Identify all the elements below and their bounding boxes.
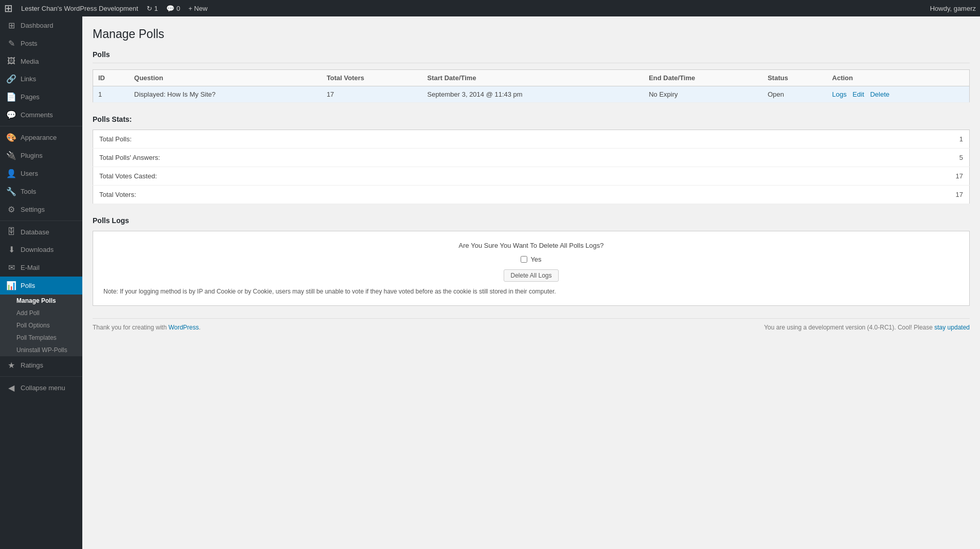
submenu-manage-polls[interactable]: Manage Polls xyxy=(0,295,82,307)
wp-logo-icon[interactable]: ⊞ xyxy=(4,2,13,14)
delete-all-logs-button[interactable]: Delete All Logs xyxy=(504,269,558,282)
sidebar-label-users: Users xyxy=(21,170,38,177)
cell-start-date: September 3, 2014 @ 11:43 pm xyxy=(422,86,644,102)
submenu-poll-options[interactable]: Poll Options xyxy=(0,319,82,332)
stats-row-total-voters: Total Voters: 17 xyxy=(93,185,970,204)
sidebar-item-email[interactable]: ✉ E-Mail xyxy=(0,259,82,277)
footer-left: Thank you for creating with WordPress. xyxy=(93,324,201,331)
comments-link[interactable]: 💬 0 xyxy=(166,5,180,12)
sidebar-item-settings[interactable]: ⚙ Settings xyxy=(0,200,82,218)
stats-value-total-polls: 1 xyxy=(781,130,970,148)
sidebar-label-comments: Comments xyxy=(21,111,53,119)
col-total-voters: Total Voters xyxy=(322,69,422,86)
sidebar-item-users[interactable]: 👤 Users xyxy=(0,164,82,182)
stats-section-heading: Polls Stats: xyxy=(93,115,970,123)
polls-table: ID Question Total Voters Start Date/Time… xyxy=(93,69,970,103)
submenu-poll-templates[interactable]: Poll Templates xyxy=(0,332,82,344)
sidebar-item-pages[interactable]: 📄 Pages xyxy=(0,88,82,106)
links-icon: 🔗 xyxy=(6,74,16,84)
logs-action-link[interactable]: Logs xyxy=(832,90,847,98)
sidebar-label-tools: Tools xyxy=(21,188,36,195)
stats-label-total-polls: Total Polls: xyxy=(93,130,781,148)
polls-logs-section: Polls Logs Are You Sure You Want To Dele… xyxy=(93,216,970,306)
main-content: Manage Polls Polls ID Question Total Vot… xyxy=(82,16,980,549)
updates-count: 1 xyxy=(154,5,158,12)
cell-end-date: No Expiry xyxy=(644,86,762,102)
sidebar-label-settings: Settings xyxy=(21,206,45,213)
updates-icon: ↻ xyxy=(147,5,152,12)
sidebar-item-plugins[interactable]: 🔌 Plugins xyxy=(0,147,82,164)
polls-table-section: Polls ID Question Total Voters Start Dat… xyxy=(93,50,970,103)
email-icon: ✉ xyxy=(6,263,16,272)
site-name: Lester Chan's WordPress Development xyxy=(21,5,138,12)
stats-row-total-answers: Total Polls' Answers: 5 xyxy=(93,148,970,167)
delete-action-link[interactable]: Delete xyxy=(870,90,889,98)
logs-note: Note: If your logging method is by IP an… xyxy=(103,288,959,295)
sidebar-label-pages: Pages xyxy=(21,93,40,101)
col-id: ID xyxy=(93,69,129,86)
sidebar-label-posts: Posts xyxy=(21,40,38,47)
delete-logs-checkbox[interactable] xyxy=(521,256,527,263)
site-name-link[interactable]: Lester Chan's WordPress Development xyxy=(21,5,138,12)
sidebar-item-appearance[interactable]: 🎨 Appearance xyxy=(0,129,82,147)
downloads-icon: ⬇ xyxy=(6,245,16,254)
sidebar-item-media[interactable]: 🖼 Media xyxy=(0,52,82,70)
plugins-icon: 🔌 xyxy=(6,151,16,160)
dashboard-icon: ⊞ xyxy=(6,21,16,30)
stats-label-total-votes: Total Votes Casted: xyxy=(93,167,781,185)
sidebar-label-downloads: Downloads xyxy=(21,246,54,253)
table-row: 1 Displayed: How Is My Site? 17 Septembe… xyxy=(93,86,970,102)
footer-stay-updated-link[interactable]: stay updated xyxy=(934,324,970,331)
polls-stats-section: Polls Stats: Total Polls: 1 Total Polls'… xyxy=(93,115,970,204)
collapse-icon: ◀ xyxy=(6,383,16,393)
stats-row-total-polls: Total Polls: 1 xyxy=(93,130,970,148)
new-content-link[interactable]: + New xyxy=(188,5,207,12)
col-question: Question xyxy=(129,69,322,86)
sidebar-label-appearance: Appearance xyxy=(21,134,57,141)
sidebar-item-polls[interactable]: 📊 Polls xyxy=(0,277,82,295)
sidebar-item-dashboard[interactable]: ⊞ Dashboard xyxy=(0,16,82,34)
cell-status: Open xyxy=(762,86,827,102)
sidebar-label-ratings: Ratings xyxy=(21,361,43,369)
sidebar-label-plugins: Plugins xyxy=(21,152,43,159)
footer-right: You are using a development version (4.0… xyxy=(764,324,970,331)
polls-submenu: Manage Polls Add Poll Poll Options Poll … xyxy=(0,295,82,356)
stats-value-total-answers: 5 xyxy=(781,148,970,167)
ratings-icon: ★ xyxy=(6,360,16,370)
sidebar-item-links[interactable]: 🔗 Links xyxy=(0,70,82,88)
stats-label-total-answers: Total Polls' Answers: xyxy=(93,148,781,167)
posts-icon: ✎ xyxy=(6,39,16,48)
database-icon: 🗄 xyxy=(6,227,16,236)
stats-label-total-voters: Total Voters: xyxy=(93,185,781,204)
polls-section-heading: Polls xyxy=(93,50,970,63)
settings-icon: ⚙ xyxy=(6,205,16,214)
sidebar-item-posts[interactable]: ✎ Posts xyxy=(0,34,82,52)
appearance-icon: 🎨 xyxy=(6,133,16,142)
logs-section-heading: Polls Logs xyxy=(93,216,970,225)
sidebar-label-links: Links xyxy=(21,75,36,83)
sidebar-item-comments[interactable]: 💬 Comments xyxy=(0,106,82,124)
edit-action-link[interactable]: Edit xyxy=(852,90,864,98)
logs-yes-row: Yes xyxy=(103,255,959,263)
collapse-menu-button[interactable]: ◀ Collapse menu xyxy=(0,379,82,397)
stats-table: Total Polls: 1 Total Polls' Answers: 5 T… xyxy=(93,130,970,204)
page-footer: Thank you for creating with WordPress. Y… xyxy=(93,318,970,331)
howdy-text: Howdy, gamerz xyxy=(930,5,976,12)
comments-icon: 💬 xyxy=(166,5,174,12)
content-wrap: Manage Polls Polls ID Question Total Vot… xyxy=(93,27,970,331)
cell-question: Displayed: How Is My Site? xyxy=(129,86,322,102)
sidebar-item-downloads[interactable]: ⬇ Downloads xyxy=(0,241,82,259)
submenu-uninstall-wp-polls[interactable]: Uninstall WP-Polls xyxy=(0,344,82,356)
delete-logs-btn-row: Delete All Logs xyxy=(103,269,959,282)
submenu-add-poll[interactable]: Add Poll xyxy=(0,307,82,319)
sidebar-item-ratings[interactable]: ★ Ratings xyxy=(0,356,82,374)
sidebar-label-database: Database xyxy=(21,228,49,236)
sidebar-label-dashboard: Dashboard xyxy=(21,22,54,29)
footer-wp-link[interactable]: WordPress xyxy=(168,324,199,331)
page-title: Manage Polls xyxy=(93,27,970,42)
sidebar-item-database[interactable]: 🗄 Database xyxy=(0,223,82,241)
updates-link[interactable]: ↻ 1 xyxy=(147,5,158,12)
sidebar-item-tools[interactable]: 🔧 Tools xyxy=(0,182,82,200)
admin-bar: ⊞ Lester Chan's WordPress Development ↻ … xyxy=(0,0,980,16)
footer-thank-you: Thank you for creating with xyxy=(93,324,168,331)
